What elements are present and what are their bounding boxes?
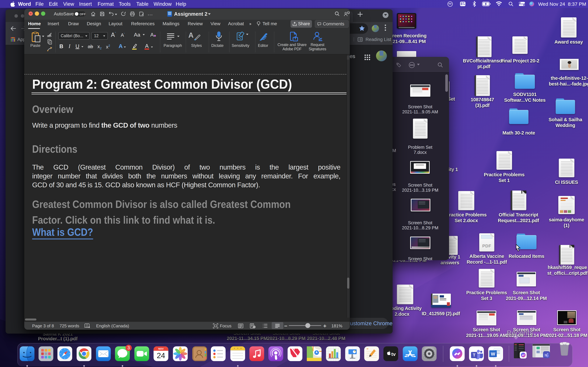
svg-text:24: 24 (157, 351, 165, 360)
svg-text:T: T (473, 353, 476, 358)
svg-text:tv: tv (391, 351, 396, 357)
svg-text:“: “ (366, 347, 369, 351)
svg-text:NOV: NOV (158, 347, 164, 350)
svg-text:T: T (545, 354, 547, 357)
svg-text:W: W (491, 351, 495, 357)
